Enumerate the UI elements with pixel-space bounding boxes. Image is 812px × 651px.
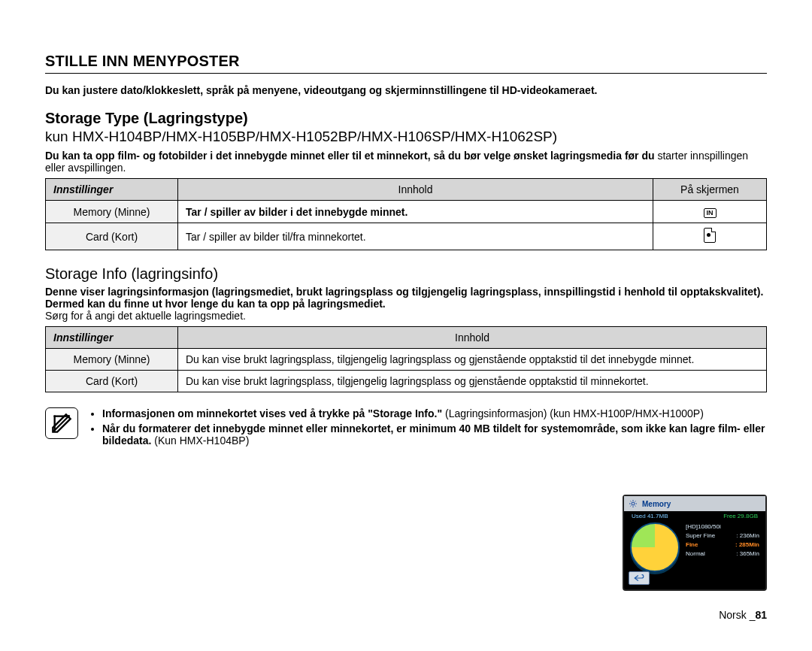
section-storage-info-title: Storage Info (lagringsinfo)	[45, 265, 767, 283]
note-icon	[45, 407, 78, 439]
section-storage-type-title: Storage Type (Lagringstype)	[45, 110, 767, 127]
table-row: Memory (Minne) Du kan vise brukt lagring…	[46, 349, 767, 371]
table-row: Card (Kort) Tar / spiller av bilder til/…	[46, 223, 767, 250]
manual-page: STILLE INN MENYPOSTER Du kan justere dat…	[0, 0, 812, 651]
back-button[interactable]	[629, 571, 650, 585]
cell-setting: Memory (Minne)	[46, 201, 178, 223]
screen-title: Memory	[642, 500, 671, 508]
section-storage-type-models: kun HMX-H104BP/HMX-H105BP/HMX-H1052BP/HM…	[45, 129, 767, 145]
cell-content: Du kan vise brukt lagringsplass, tilgjen…	[178, 349, 767, 371]
table-header-content: Innhold	[178, 327, 767, 349]
storage-info-screen: Memory Used 41.7MB Free 29.8GB [HD]1080/…	[623, 495, 767, 591]
section-storage-type-body: Du kan ta opp film- og fotobilder i det …	[45, 150, 767, 174]
page-footer: Norsk _81	[719, 609, 767, 621]
table-header-settings: Innstillinger	[46, 327, 178, 349]
note-bullet: Informasjonen om minnekortet vises ved å…	[102, 407, 767, 419]
note-text: Informasjonen om minnekortet vises ved å…	[89, 407, 767, 450]
internal-memory-icon: IN	[704, 208, 717, 218]
table-header-content: Innhold	[178, 179, 653, 201]
memory-card-icon	[704, 228, 716, 243]
cell-content: Tar / spiller av bilder til/fra minnekor…	[178, 223, 653, 250]
cell-icon: IN	[653, 201, 767, 223]
gear-icon	[629, 499, 638, 508]
cell-content: Du kan vise brukt lagringsplass, tilgjen…	[178, 371, 767, 392]
spec-row: Normal: 365Min	[686, 550, 759, 559]
section-storage-info-body: Denne viser lagringsinformasjon (lagring…	[45, 286, 767, 322]
svg-point-0	[632, 502, 635, 505]
spec-mode: [HD]1080/50i	[686, 522, 759, 531]
note-bullet: Når du formaterer det innebygde minnet e…	[102, 422, 767, 447]
pie-chart-icon	[630, 522, 680, 572]
table-header-settings: Innstillinger	[46, 179, 178, 201]
note-block: Informasjonen om minnekortet vises ved å…	[45, 407, 767, 450]
cell-icon	[653, 223, 767, 250]
screen-usage-row: Used 41.7MB Free 29.8GB	[624, 511, 765, 519]
page-heading: STILLE INN MENYPOSTER	[45, 53, 767, 70]
screen-specs: [HD]1080/50i Super Fine: 236Min Fine: 28…	[686, 522, 759, 572]
intro-text: Du kan justere dato/klokkeslett, språk p…	[45, 84, 767, 96]
screen-titlebar: Memory	[624, 496, 765, 511]
heading-rule	[45, 73, 767, 74]
cell-setting: Card (Kort)	[46, 223, 178, 250]
storage-type-table: Innstillinger Innhold På skjermen Memory…	[45, 178, 767, 250]
back-arrow-icon	[634, 574, 644, 582]
cell-setting: Memory (Minne)	[46, 349, 178, 371]
storage-info-table: Innstillinger Innhold Memory (Minne) Du …	[45, 326, 767, 392]
spec-row-highlight: Fine: 285Min	[686, 540, 759, 550]
table-header-onscreen: På skjermen	[653, 179, 767, 201]
table-row: Memory (Minne) Tar / spiller av bilder i…	[46, 201, 767, 223]
cell-setting: Card (Kort)	[46, 371, 178, 392]
cell-content: Tar / spiller av bilder i det innebygde …	[178, 201, 653, 223]
spec-row: Super Fine: 236Min	[686, 531, 759, 540]
table-row: Card (Kort) Du kan vise brukt lagringspl…	[46, 371, 767, 392]
